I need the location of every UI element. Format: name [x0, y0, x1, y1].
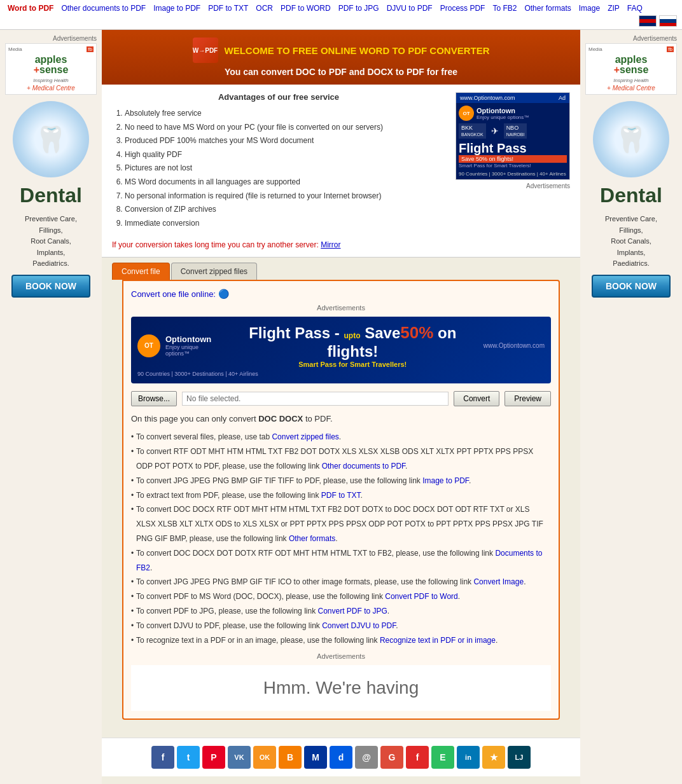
- tooth-graphic-right: 🦷: [593, 101, 669, 177]
- advantage-7: No personal information is required (fil…: [125, 189, 445, 203]
- nav-pdf-to-txt[interactable]: PDF to TXT: [205, 3, 251, 14]
- bullet-6: To convert JPG JPEG PNG BMP GIF TIF ICO …: [131, 575, 551, 589]
- link-other-formats[interactable]: Other formats: [289, 534, 335, 543]
- brand-sense: sense: [39, 64, 68, 75]
- digg-icon[interactable]: d: [330, 746, 352, 769]
- ot-brand: Optiontown: [477, 107, 529, 114]
- dental-title-right: Dental: [585, 184, 677, 207]
- link-djvu-to-pdf[interactable]: Convert DJVU to PDF: [322, 621, 396, 630]
- server-note: If your conversion takes long time you c…: [102, 238, 580, 257]
- ok-icon[interactable]: OK: [253, 746, 276, 769]
- tab-convert-file[interactable]: Convert file: [112, 263, 170, 280]
- right-media-label: Media fb: [588, 46, 674, 52]
- gmail-icon[interactable]: G: [380, 746, 403, 769]
- nav-pdf-to-word[interactable]: PDF to WORD: [278, 3, 333, 14]
- link-convert-zipped[interactable]: Convert zipped files: [272, 432, 338, 441]
- social-icons-list: f t P VK OK B M d @ G f E in ★ LJ: [109, 746, 573, 769]
- ot-logo-circle: OT: [459, 106, 474, 121]
- convert-formats: DOC DOCX: [258, 414, 303, 423]
- inner-ot-url: www.Optiontown.com: [484, 342, 545, 349]
- bullet-5: To convert DOC DOCX DOT DOTX RTF ODT MHT…: [131, 546, 551, 575]
- nav-other-formats[interactable]: Other formats: [522, 3, 573, 14]
- footer: Contacts TERMS OF SERVICE: [102, 776, 580, 784]
- nav-word-to-pdf[interactable]: Word to PDF: [5, 3, 56, 14]
- nav-faq[interactable]: FAQ: [625, 3, 645, 14]
- link-other-docs[interactable]: Other documents to PDF: [322, 462, 405, 471]
- bottom-ads-label: Advertisements: [131, 652, 551, 660]
- right-brand-sub: Inspiring Health: [588, 78, 674, 83]
- nav-djvu-to-pdf[interactable]: DJVU to PDF: [384, 3, 435, 14]
- nav-zip[interactable]: ZIP: [605, 3, 622, 14]
- ot-body: OT Optiontown Enjoy unique options™ BKKB…: [456, 103, 569, 179]
- link-pdf-to-jpg[interactable]: Convert PDF to JPG: [317, 607, 387, 616]
- blogger-icon[interactable]: B: [279, 746, 302, 769]
- english-flag[interactable]: [639, 15, 657, 27]
- pinterest-icon[interactable]: P: [202, 746, 225, 769]
- advantage-5: Pictures are not lost: [125, 162, 445, 175]
- convert-button[interactable]: Convert: [454, 391, 499, 406]
- nav-image-to-pdf[interactable]: Image to PDF: [151, 3, 203, 14]
- nav-process-pdf[interactable]: Process PDF: [438, 3, 488, 14]
- livejournal-icon[interactable]: LJ: [508, 746, 531, 769]
- bullet-list: To convert several files, please, use ta…: [131, 430, 551, 647]
- ot-city-nbo: NBONAIROBI: [504, 123, 527, 139]
- dental-services-left: Preventive Care, Fillings, Root Canals, …: [5, 214, 97, 270]
- help-icon[interactable]: 🔵: [218, 289, 229, 299]
- brand-apples: apples: [35, 54, 67, 65]
- right-ad-logo: Media fb apples +sense Inspiring Health …: [585, 43, 677, 95]
- evernote-icon[interactable]: E: [431, 746, 454, 769]
- favorites-icon[interactable]: ★: [482, 746, 505, 769]
- left-ads-label: Advertisements: [5, 35, 97, 42]
- only-convert-notice: On this page you can only convert DOC DO…: [131, 414, 551, 423]
- ot-header: www.Optiontown.com Ad: [456, 93, 569, 103]
- ot-tagline: Enjoy unique options™: [477, 114, 529, 120]
- main-layout: Advertisements Media fb apples +sense In…: [0, 30, 682, 784]
- convert-area-wrapper: Convert one file online: 🔵 Advertisement…: [102, 280, 580, 738]
- tooth-graphic-left: 🦷: [13, 101, 89, 177]
- tab-convert-zipped[interactable]: Convert zipped files: [171, 263, 257, 280]
- tabs-container: Convert file Convert zipped files: [102, 257, 580, 280]
- language-flags: [639, 15, 677, 27]
- content-area: W→PDF WELCOME TO FREE ONLINE WORD TO PDF…: [102, 30, 580, 784]
- link-image-to-pdf[interactable]: Image to PDF: [422, 476, 469, 485]
- hmm-block: Hmm. We're having: [131, 665, 551, 711]
- convert-area: Convert one file online: 🔵 Advertisement…: [122, 280, 560, 720]
- vk-icon[interactable]: VK: [228, 746, 251, 769]
- book-now-button-right[interactable]: BOOK NOW: [592, 275, 671, 298]
- nav-pdf-to-jpg[interactable]: PDF to JPG: [336, 3, 382, 14]
- link-convert-image[interactable]: Convert Image: [473, 577, 524, 586]
- convert-one-label: Convert one file online: 🔵: [131, 289, 551, 299]
- nav-ocr[interactable]: OCR: [253, 3, 275, 14]
- linkedin-icon[interactable]: in: [457, 746, 480, 769]
- email-icon[interactable]: @: [355, 746, 378, 769]
- russian-flag[interactable]: [659, 15, 677, 27]
- link-recognize-text[interactable]: Recognize text in PDF or in image: [380, 636, 496, 645]
- flipboard-icon[interactable]: f: [406, 746, 429, 769]
- inner-ad-logo-row: OT Optiontown Enjoy unique options™ Flig…: [137, 323, 545, 368]
- mirror-link[interactable]: Mirror: [321, 240, 340, 249]
- advantages-section: Advantages of our free service Absolutel…: [102, 85, 580, 238]
- myspace-icon[interactable]: M: [304, 746, 327, 769]
- inner-ad-flight: Flight Pass - upto Save50% on flights! S…: [227, 323, 478, 368]
- ot-city-bkk: BKKBANGKOK: [459, 123, 486, 139]
- twitter-icon[interactable]: t: [177, 746, 200, 769]
- book-now-button-left[interactable]: BOOK NOW: [11, 275, 90, 298]
- advantages-list: Advantages of our free service Absolutel…: [112, 92, 445, 230]
- tab-list: Convert file Convert zipped files: [112, 263, 570, 280]
- facebook-icon[interactable]: f: [151, 746, 174, 769]
- nav-image[interactable]: Image: [576, 3, 602, 14]
- nav-to-fb2[interactable]: To FB2: [490, 3, 519, 14]
- left-media-label: Media fb: [8, 46, 94, 52]
- bullet-2: To convert JPG JPEG PNG BMP GIF TIF TIFF…: [131, 474, 551, 488]
- file-name-display: No file selected.: [182, 392, 449, 406]
- link-pdf-to-word[interactable]: Convert PDF to Word: [385, 592, 457, 601]
- inner-ot-brand: Optiontown Enjoy unique options™: [165, 334, 222, 357]
- link-pdf-to-txt[interactable]: PDF to TXT: [321, 491, 361, 500]
- bullet-0: To convert several files, please, use ta…: [131, 430, 551, 444]
- inner-ot-logo: OT: [137, 334, 160, 357]
- preview-button[interactable]: Preview: [505, 391, 551, 406]
- ot-save-badge: Save 50% on flights!: [459, 155, 567, 163]
- browse-button[interactable]: Browse...: [131, 391, 177, 406]
- optiontown-ad-top: www.Optiontown.com Ad OT Optiontown Enjo…: [456, 92, 570, 180]
- nav-other-docs[interactable]: Other documents to PDF: [59, 3, 148, 14]
